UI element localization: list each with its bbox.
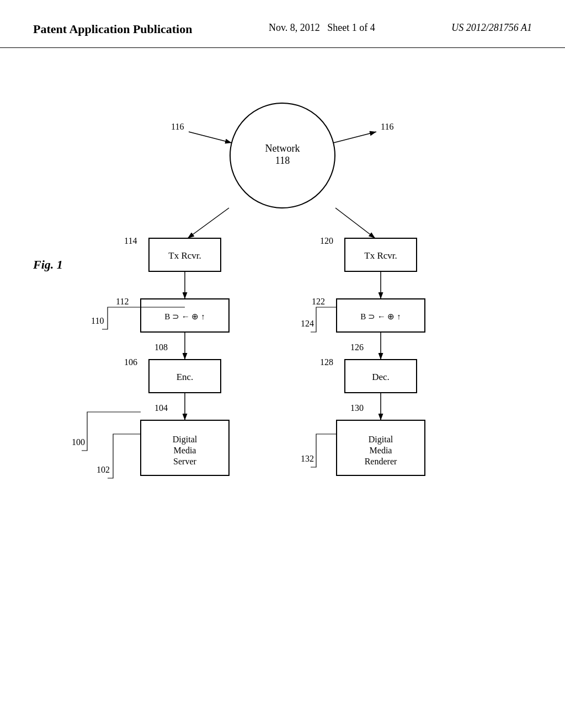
svg-text:106: 106 (124, 357, 137, 367)
svg-line-5 (189, 132, 232, 143)
publication-title: Patent Application Publication (33, 22, 192, 36)
svg-text:114: 114 (124, 236, 137, 245)
svg-text:116: 116 (171, 122, 184, 131)
diagram-area: Fig. 1 Network 118 116 116 Tx Rcvr. 114 (0, 48, 565, 699)
svg-text:Media: Media (370, 446, 392, 455)
svg-line-8 (188, 208, 229, 238)
svg-line-30 (335, 208, 375, 238)
svg-text:Media: Media (174, 446, 196, 455)
publication-date: Nov. 8, 2012 (269, 22, 320, 33)
svg-text:112: 112 (116, 297, 129, 306)
svg-text:128: 128 (320, 357, 333, 367)
svg-text:Digital: Digital (369, 435, 393, 445)
svg-text:124: 124 (301, 319, 314, 328)
patent-number: US 2012/281756 A1 (451, 22, 532, 34)
figure-diagram: Network 118 116 116 Tx Rcvr. 114 B ⊃ ← ⊕… (0, 48, 565, 699)
svg-text:Server: Server (173, 457, 196, 466)
svg-text:B ⊃ ← ⊕ ↑: B ⊃ ← ⊕ ↑ (164, 312, 205, 321)
svg-text:100: 100 (72, 437, 85, 447)
svg-text:Renderer: Renderer (365, 457, 397, 466)
svg-text:118: 118 (275, 155, 290, 166)
svg-line-7 (333, 132, 376, 143)
svg-text:102: 102 (97, 465, 110, 474)
svg-text:110: 110 (91, 316, 104, 325)
svg-text:130: 130 (350, 403, 364, 413)
svg-text:Enc.: Enc. (177, 372, 194, 382)
svg-text:116: 116 (381, 122, 393, 131)
svg-text:Tx Rcvr.: Tx Rcvr. (364, 250, 397, 261)
header-date-sheet: Nov. 8, 2012 Sheet 1 of 4 (269, 22, 375, 34)
svg-text:108: 108 (154, 342, 168, 352)
svg-text:B ⊃ ← ⊕ ↑: B ⊃ ← ⊕ ↑ (360, 312, 401, 321)
svg-text:122: 122 (312, 297, 325, 306)
svg-text:Digital: Digital (173, 435, 198, 445)
svg-text:Tx Rcvr.: Tx Rcvr. (168, 250, 201, 261)
sheet-info: Sheet 1 of 4 (327, 22, 375, 33)
svg-text:Dec.: Dec. (372, 372, 390, 382)
page-header: Patent Application Publication Nov. 8, 2… (0, 0, 565, 48)
svg-text:104: 104 (154, 403, 168, 413)
svg-text:132: 132 (301, 454, 314, 463)
svg-text:120: 120 (320, 236, 333, 245)
svg-text:126: 126 (350, 342, 364, 352)
svg-text:Network: Network (265, 143, 300, 154)
